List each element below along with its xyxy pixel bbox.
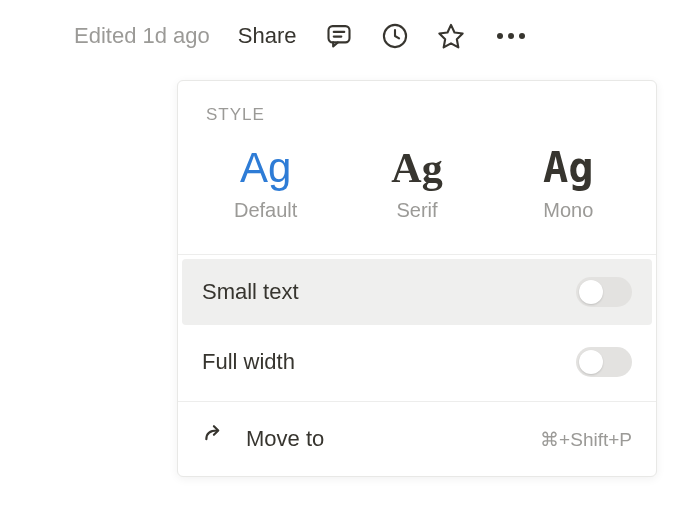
font-sample-default: Ag bbox=[240, 147, 291, 189]
font-style-mono[interactable]: Ag Mono bbox=[493, 139, 644, 230]
move-arrow-icon bbox=[202, 424, 228, 454]
font-style-serif[interactable]: Ag Serif bbox=[341, 139, 492, 230]
small-text-toggle[interactable] bbox=[576, 277, 632, 307]
svg-marker-4 bbox=[439, 25, 462, 48]
move-to-shortcut: ⌘+Shift+P bbox=[540, 428, 632, 451]
small-text-label: Small text bbox=[202, 279, 299, 305]
font-style-row: Ag Default Ag Serif Ag Mono bbox=[178, 139, 656, 255]
full-width-label: Full width bbox=[202, 349, 295, 375]
style-section-label: STYLE bbox=[178, 81, 656, 139]
move-to-label: Move to bbox=[246, 426, 522, 452]
more-options-icon[interactable] bbox=[493, 29, 529, 43]
history-icon[interactable] bbox=[381, 22, 409, 50]
font-label-mono: Mono bbox=[543, 199, 593, 222]
font-label-serif: Serif bbox=[396, 199, 437, 222]
move-to-action[interactable]: Move to ⌘+Shift+P bbox=[178, 402, 656, 476]
font-sample-mono: Ag bbox=[543, 147, 594, 189]
edited-timestamp: Edited 1d ago bbox=[74, 23, 210, 49]
full-width-toggle-row[interactable]: Full width bbox=[178, 329, 656, 395]
small-text-toggle-row[interactable]: Small text bbox=[182, 259, 652, 325]
svg-rect-0 bbox=[328, 26, 349, 42]
toggle-knob bbox=[579, 350, 603, 374]
font-sample-serif: Ag bbox=[391, 147, 442, 189]
star-icon[interactable] bbox=[437, 22, 465, 50]
toggle-knob bbox=[579, 280, 603, 304]
font-label-default: Default bbox=[234, 199, 297, 222]
full-width-toggle[interactable] bbox=[576, 347, 632, 377]
topbar: Edited 1d ago Share bbox=[74, 22, 648, 50]
page-options-dropdown: STYLE Ag Default Ag Serif Ag Mono Small … bbox=[177, 80, 657, 477]
share-button[interactable]: Share bbox=[238, 23, 297, 49]
font-style-default[interactable]: Ag Default bbox=[190, 139, 341, 230]
comments-icon[interactable] bbox=[325, 22, 353, 50]
